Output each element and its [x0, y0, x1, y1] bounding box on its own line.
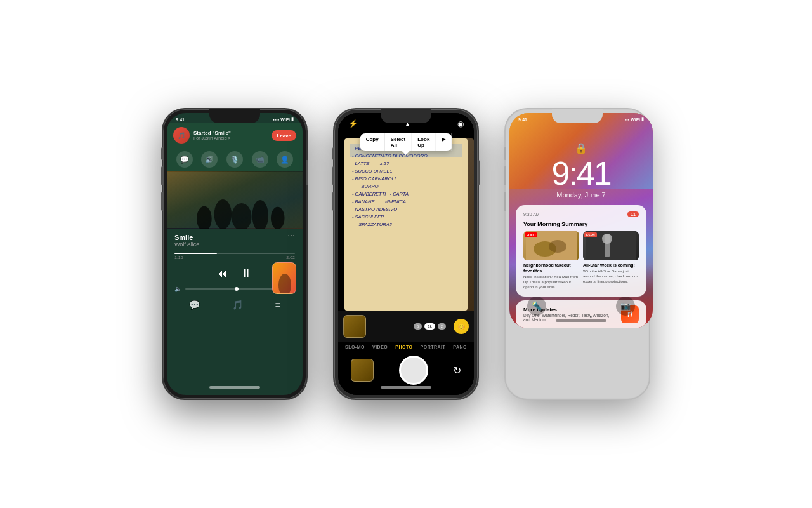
shutter-button[interactable]	[399, 356, 428, 385]
notification-card[interactable]: 9:30 AM 11 Your Morning Summary FOOD N	[516, 205, 646, 297]
note-line-11: SPAZZATURA?	[352, 221, 460, 229]
news-source-2: ESPN	[584, 232, 597, 237]
note-line-10: - SACCHI PER	[352, 213, 460, 221]
facetime-pip[interactable]	[272, 262, 296, 294]
volume-knob	[235, 287, 239, 291]
note-line-3: - LATTE x 2?	[352, 160, 460, 168]
bubble-arrow	[402, 151, 410, 155]
svg-point-14	[602, 234, 612, 244]
progress-fill	[174, 253, 217, 254]
note-line-4: - SUCCO DI MELE	[352, 168, 460, 175]
side-button-left-1b	[161, 166, 163, 185]
volume-track[interactable]	[185, 288, 284, 290]
lockscreen-time-area: 🔒 9:41 Monday, June 7	[509, 123, 653, 199]
note-line-5: - RISO CARNAROLI	[352, 175, 460, 183]
side-button-left-3b	[504, 166, 506, 185]
last-photo-button[interactable]	[351, 359, 374, 382]
lockscreen-time: 9:41	[509, 157, 653, 190]
leave-button[interactable]: Leave	[272, 130, 296, 141]
message-button[interactable]: 💬	[176, 151, 193, 168]
news-body-1: Need inspiration? Kea Mao from Up Thai i…	[523, 275, 579, 290]
news-headline-2: All-Star Week is coming!	[583, 262, 639, 268]
mode-slomo[interactable]: SLO-MO	[345, 345, 365, 349]
side-button-left-1a	[161, 147, 163, 160]
music-nav-button[interactable]: 🎵	[232, 300, 243, 310]
album-art-svg	[167, 171, 303, 229]
notification-time: 9:30 AM	[523, 212, 540, 217]
note-line-9: - NASTRO ADESIVO	[352, 206, 460, 213]
camera-modes: SLO-MO VIDEO PHOTO PORTRAIT PANO	[338, 342, 474, 352]
flip-camera-button[interactable]: ↻	[453, 364, 461, 377]
signal-icon-3: ▪▪▪	[625, 117, 629, 122]
song-artist: Wolf Alice	[174, 241, 295, 248]
look-up-button[interactable]: Look Up	[412, 133, 436, 151]
home-indicator-3	[556, 319, 606, 322]
mode-pano[interactable]: PANO	[453, 345, 467, 349]
side-button-right-2	[478, 160, 480, 185]
song-title: Smile	[174, 234, 295, 241]
mic-button[interactable]: 🎙️	[226, 151, 243, 168]
home-indicator-1	[209, 386, 260, 389]
progress-times: 1:15 -2:02	[174, 255, 295, 260]
rewind-button[interactable]: ⏮	[217, 268, 227, 279]
pause-button[interactable]: ⏸	[240, 266, 252, 281]
more-menu-button[interactable]: ▶	[436, 133, 452, 151]
side-button-left-2c	[332, 192, 334, 211]
news-thumb-2: ESPN	[583, 231, 639, 260]
news-body-2: With the All-Star Game just around the c…	[583, 269, 639, 284]
camera-shortcut-button[interactable]: 📷	[616, 297, 635, 316]
photo-count-indicators: 5 1k 2	[414, 323, 446, 330]
svg-point-6	[271, 207, 285, 229]
shareplay-button[interactable]: 👤	[277, 151, 293, 168]
wifi-icon-1: WiFi	[280, 117, 290, 122]
queue-nav-button[interactable]: ≡	[275, 300, 280, 310]
facetime-header: 🎵 Started "Smile" For Justin Arnold > Le…	[167, 123, 303, 147]
more-options-button[interactable]: ···	[287, 230, 295, 240]
note-line-8: - BANANE IGIENICA	[352, 198, 460, 206]
notification-header: 9:30 AM 11	[523, 211, 639, 217]
notch-2	[381, 109, 431, 123]
photo-thumbnail[interactable]	[343, 315, 366, 338]
news-item-1[interactable]: FOOD Neighborhood takeout favorites Need…	[523, 231, 579, 290]
flashlight-button[interactable]: 🔦	[527, 297, 546, 316]
home-indicator-2	[381, 386, 431, 389]
messages-nav-button[interactable]: 💬	[189, 300, 200, 310]
svg-point-3	[214, 199, 232, 229]
screen-2: ⚡ ▲ ◉ - PETTI DI POLLO - CONCENTRATO DI …	[338, 113, 474, 395]
facetime-subtitle: For Justin Arnold >	[193, 136, 231, 140]
count-2: 2	[438, 323, 446, 330]
status-bar-3: 9:41 ▪▪▪ WiFi ▮	[509, 113, 653, 123]
speaker-button[interactable]: 🔊	[201, 151, 218, 168]
live-text-emoji-button[interactable]: 😊	[454, 319, 469, 334]
mode-portrait[interactable]: PORTRAIT	[421, 345, 446, 349]
side-button-right-1	[306, 160, 308, 185]
status-time-1: 9:41	[176, 117, 185, 122]
screen-1: 9:41 ▪▪▪▪ WiFi ▮ 🎵 Started "Smile" For J…	[167, 113, 303, 395]
signal-icon-1: ▪▪▪▪	[273, 117, 279, 122]
status-time-3: 9:41	[518, 117, 527, 122]
news-source-1: FOOD	[525, 232, 537, 237]
count-5: 5	[414, 323, 422, 330]
progress-track[interactable]	[174, 253, 295, 254]
total-time: -2:02	[285, 255, 295, 260]
news-thumb-1: FOOD	[523, 231, 579, 260]
flash-icon[interactable]: ⚡	[348, 119, 358, 128]
facetime-left: 🎵 Started "Smile" For Justin Arnold >	[173, 127, 231, 144]
facetime-title: Started "Smile"	[193, 130, 231, 136]
facetime-controls: 💬 🔊 🎙️ 📹 👤	[167, 147, 303, 171]
news-item-2[interactable]: ESPN All-Star Week is coming! With the A…	[583, 231, 639, 290]
news-items: FOOD Neighborhood takeout favorites Need…	[523, 231, 639, 290]
notification-title: Your Morning Summary	[523, 221, 639, 227]
camera-button[interactable]: 📹	[252, 151, 268, 168]
wifi-icon-3: WiFi	[631, 117, 640, 122]
album-art	[167, 171, 303, 229]
live-photo-icon[interactable]: ◉	[457, 119, 464, 128]
count-1k: 1k	[424, 323, 435, 330]
mode-video[interactable]: VIDEO	[372, 345, 388, 349]
lock-icon: 🔒	[509, 142, 653, 154]
mode-photo[interactable]: PHOTO	[395, 345, 412, 349]
copy-button[interactable]: Copy	[360, 133, 385, 151]
select-all-button[interactable]: Select All	[385, 133, 412, 151]
music-info: ··· Smile Wolf Alice	[167, 229, 303, 250]
current-time: 1:15	[174, 255, 183, 260]
